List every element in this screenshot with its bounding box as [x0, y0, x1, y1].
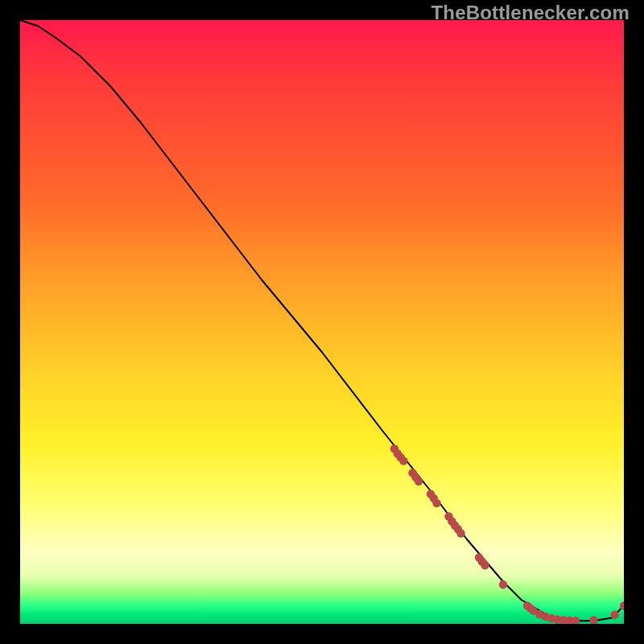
- gradient-background: [20, 20, 624, 624]
- chart-stage: TheBottlenecker.com: [0, 0, 644, 644]
- plot-area: [20, 20, 624, 624]
